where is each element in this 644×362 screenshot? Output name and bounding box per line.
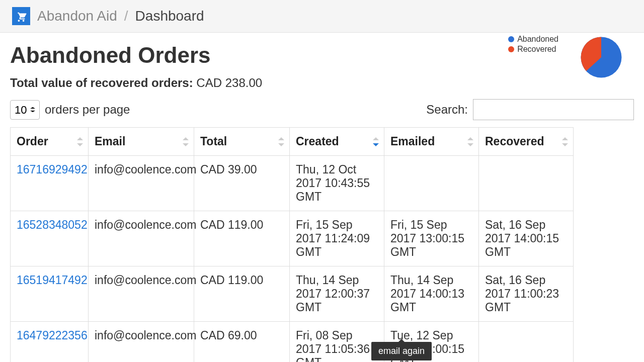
cell-email: info@coolence.com xyxy=(89,266,194,322)
cell-created: Fri, 08 Sep 2017 11:05:36 GMT xyxy=(290,322,384,363)
sort-icon xyxy=(467,137,473,146)
cell-emailed: Fri, 15 Sep 2017 13:00:15 GMT xyxy=(384,211,479,266)
col-order[interactable]: Order xyxy=(11,128,89,156)
tooltip-email-again: email again xyxy=(371,342,432,360)
per-page-select[interactable]: 10 xyxy=(10,100,40,120)
cell-created: Fri, 15 Sep 2017 11:24:09 GMT xyxy=(290,211,384,266)
order-link[interactable]: 16519417492 xyxy=(17,274,88,287)
cell-created: Thu, 12 Oct 2017 10:43:55 GMT xyxy=(290,156,384,211)
cell-total: CAD 69.00 xyxy=(194,322,290,363)
col-recovered[interactable]: Recovered xyxy=(479,128,574,156)
col-total[interactable]: Total xyxy=(194,128,290,156)
app-name[interactable]: Abandon Aid xyxy=(37,8,117,24)
cell-email: info@coolence.com xyxy=(89,156,194,211)
orders-table: Order Email Total Created Emailed Recove… xyxy=(10,127,574,362)
cell-recovered: Sat, 16 Sep 2017 11:00:23 GMT xyxy=(479,266,574,322)
search-input[interactable] xyxy=(473,99,634,120)
breadcrumb: Abandon Aid / Dashboard xyxy=(0,0,644,33)
breadcrumb-current: Dashboard xyxy=(135,8,204,24)
cell-total: CAD 39.00 xyxy=(194,156,290,211)
sort-icon xyxy=(77,137,83,146)
pie-chart xyxy=(579,35,624,80)
chart-area: Abandoned Recovered xyxy=(508,35,624,80)
per-page-label: orders per page xyxy=(45,103,130,117)
col-email[interactable]: Email xyxy=(89,128,194,156)
breadcrumb-separator: / xyxy=(124,8,128,24)
sort-icon-active xyxy=(373,137,379,146)
total-recovered-value: CAD 238.00 xyxy=(196,76,262,89)
legend-dot-abandoned xyxy=(508,36,514,42)
cell-email: info@coolence.com xyxy=(89,211,194,266)
cell-emailed: Thu, 14 Sep 2017 14:00:13 GMT xyxy=(384,266,479,322)
col-created[interactable]: Created xyxy=(290,128,384,156)
legend-label: Abandoned xyxy=(517,35,558,44)
cell-total: CAD 119.00 xyxy=(194,211,290,266)
cart-icon xyxy=(12,7,30,25)
cell-email: info@coolence.com xyxy=(89,322,194,363)
col-emailed[interactable]: Emailed xyxy=(384,128,479,156)
table-row: 16479222356info@coolence.comCAD 69.00Fri… xyxy=(11,322,574,363)
search-label: Search: xyxy=(426,103,468,117)
total-recovered-label: Total value of recovered orders: xyxy=(10,76,193,89)
order-link[interactable]: 16479222356 xyxy=(17,329,88,342)
table-row: 16528348052info@coolence.comCAD 119.00Fr… xyxy=(11,211,574,266)
cell-recovered xyxy=(479,322,574,363)
chart-legend: Abandoned Recovered xyxy=(508,35,558,55)
legend-item-recovered: Recovered xyxy=(508,45,558,54)
cell-recovered: Sat, 16 Sep 2017 14:00:15 GMT xyxy=(479,211,574,266)
cell-total: CAD 119.00 xyxy=(194,266,290,322)
legend-label: Recovered xyxy=(517,45,556,54)
sort-icon xyxy=(183,137,189,146)
sort-icon xyxy=(278,137,284,146)
cell-created: Thu, 14 Sep 2017 12:00:37 GMT xyxy=(290,266,384,322)
cell-recovered xyxy=(479,156,574,211)
table-row: 16716929492info@coolence.comCAD 39.00Thu… xyxy=(11,156,574,211)
legend-dot-recovered xyxy=(508,46,514,52)
table-row: 16519417492info@coolence.comCAD 119.00Th… xyxy=(11,266,574,322)
sort-icon xyxy=(562,137,568,146)
order-link[interactable]: 16716929492 xyxy=(17,163,88,176)
cell-emailed xyxy=(384,156,479,211)
order-link[interactable]: 16528348052 xyxy=(17,218,88,231)
legend-item-abandoned: Abandoned xyxy=(508,35,558,44)
